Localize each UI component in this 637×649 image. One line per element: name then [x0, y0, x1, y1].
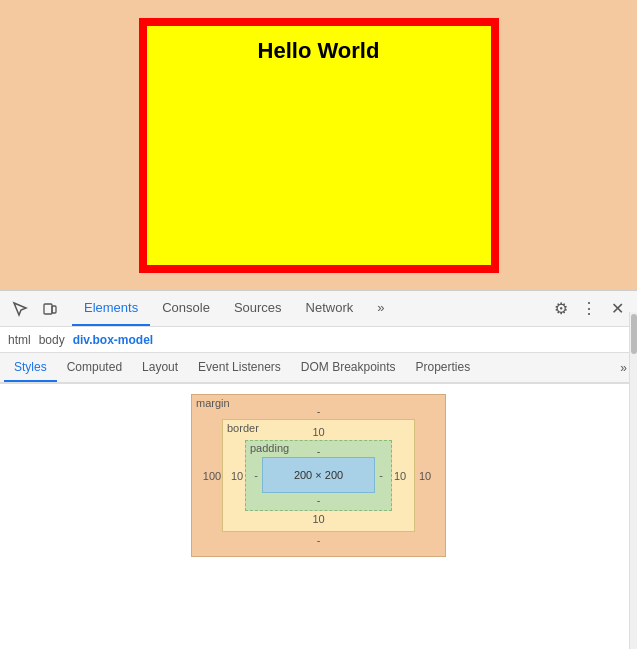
margin-label: margin — [196, 397, 230, 409]
tab-network[interactable]: Network — [294, 291, 366, 326]
devtools-scrollbar[interactable] — [629, 312, 637, 649]
border-left[interactable]: 10 — [229, 470, 245, 482]
border-sides: 10 padding - - — [229, 440, 408, 511]
styles-tab-dom-breakpoints[interactable]: DOM Breakpoints — [291, 353, 406, 382]
devtools-main-tabs: Elements Console Sources Network » — [72, 291, 549, 326]
box-model-border: border 10 10 padding - — [222, 419, 415, 532]
svg-rect-1 — [52, 306, 56, 313]
svg-rect-0 — [44, 304, 52, 314]
margin-sides: 100 border 10 10 padding — [202, 419, 435, 532]
padding-sides: - 200 × 200 - — [250, 457, 387, 493]
padding-bottom[interactable]: - — [250, 494, 387, 506]
border-right[interactable]: 10 — [392, 470, 408, 482]
margin-left[interactable]: 100 — [202, 470, 222, 482]
tab-more[interactable]: » — [365, 291, 396, 326]
box-model-content[interactable]: 200 × 200 — [262, 457, 375, 493]
tab-console[interactable]: Console — [150, 291, 222, 326]
styles-tab-styles[interactable]: Styles — [4, 353, 57, 382]
devtools-left-icons — [8, 297, 62, 321]
hello-world-text: Hello World — [258, 38, 380, 64]
styles-tab-layout[interactable]: Layout — [132, 353, 188, 382]
margin-bottom[interactable]: - — [202, 534, 435, 546]
breadcrumb-element[interactable]: div.box-model — [73, 333, 153, 347]
devtools-toolbar: Elements Console Sources Network » ⚙ ⋮ ✕ — [0, 291, 637, 327]
breadcrumb-html[interactable]: html — [8, 333, 31, 347]
margin-top[interactable]: - — [202, 405, 435, 417]
content-size: 200 × 200 — [294, 469, 343, 481]
styles-tab-computed[interactable]: Computed — [57, 353, 132, 382]
close-icon[interactable]: ✕ — [605, 297, 629, 321]
breadcrumb-body[interactable]: body — [39, 333, 65, 347]
box-model-padding: padding - - 200 × 200 — [245, 440, 392, 511]
tab-sources[interactable]: Sources — [222, 291, 294, 326]
box-model-margin: margin - 100 border 10 10 — [191, 394, 446, 557]
devtools-right-icons: ⚙ ⋮ ✕ — [549, 297, 629, 321]
box-model-area: margin - 100 border 10 10 — [0, 384, 637, 584]
breadcrumb: html body div.box-model — [0, 327, 637, 353]
device-icon[interactable] — [38, 297, 62, 321]
hello-world-box: Hello World — [139, 18, 499, 273]
styles-tabs: Styles Computed Layout Event Listeners D… — [0, 353, 637, 383]
tab-elements[interactable]: Elements — [72, 291, 150, 326]
browser-preview: Hello World — [0, 0, 637, 290]
border-label: border — [227, 422, 259, 434]
settings-icon[interactable]: ⚙ — [549, 297, 573, 321]
margin-right[interactable]: 10 — [415, 470, 435, 482]
devtools-panel: Elements Console Sources Network » ⚙ ⋮ ✕… — [0, 290, 637, 584]
inspect-icon[interactable] — [8, 297, 32, 321]
padding-left[interactable]: - — [250, 469, 262, 481]
padding-label: padding — [250, 442, 289, 454]
styles-tab-properties[interactable]: Properties — [406, 353, 481, 382]
scrollbar-thumb[interactable] — [631, 314, 637, 354]
border-bottom[interactable]: 10 — [229, 513, 408, 525]
padding-right[interactable]: - — [375, 469, 387, 481]
styles-tab-event-listeners[interactable]: Event Listeners — [188, 353, 291, 382]
more-icon[interactable]: ⋮ — [577, 297, 601, 321]
